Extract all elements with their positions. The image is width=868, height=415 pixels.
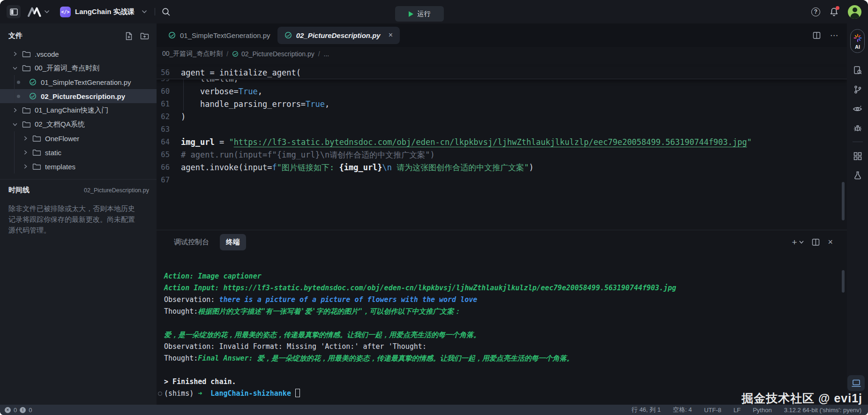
chevron-down-icon[interactable] bbox=[44, 10, 50, 14]
breadcrumb-file[interactable]: 02_PictureDescription.py bbox=[232, 50, 314, 58]
terminal-line: Thought:Final Answer: 爱，是一朵绽放的花，用最美的姿态，传… bbox=[164, 353, 838, 364]
code-line[interactable]: 67 bbox=[157, 174, 847, 187]
chevron-right-icon[interactable] bbox=[11, 107, 19, 113]
run-button[interactable]: 运行 bbox=[395, 6, 444, 22]
workspace-code-icon: </> bbox=[60, 7, 71, 17]
terminal-output[interactable]: Action: Image captionerAction Input: htt… bbox=[157, 254, 847, 405]
tree-row[interactable]: .vscode bbox=[0, 47, 157, 61]
timeline-section: 时间线 02_PictureDescription.py 除非文件已被排除或太大… bbox=[0, 179, 157, 235]
new-folder-icon[interactable] bbox=[140, 32, 149, 40]
bottom-panel: 调试控制台 终端 + × Action: Image captionerActi… bbox=[157, 230, 847, 405]
app-logo[interactable] bbox=[27, 7, 50, 17]
code-text: img_url = "https://lf3-static.bytednsdoc… bbox=[181, 136, 752, 149]
chevron-down-icon[interactable] bbox=[11, 121, 19, 128]
chevron-down-icon[interactable] bbox=[11, 65, 19, 71]
errors-count[interactable]: 0 bbox=[14, 407, 17, 414]
remote-screen-button[interactable] bbox=[847, 375, 865, 391]
terminal-line: (shims) ➜ LangChain-shizhanke bbox=[164, 388, 838, 400]
search-button[interactable] bbox=[162, 8, 171, 16]
top-bar: </> LangChain 实战课 运行 ? bbox=[0, 0, 868, 23]
breadcrumb-folder[interactable]: 00_开篇词_奇点时刻 bbox=[162, 50, 223, 58]
tab-debug-console[interactable]: 调试控制台 bbox=[168, 234, 215, 250]
chevron-right-icon[interactable] bbox=[22, 149, 29, 156]
test-flask-icon[interactable] bbox=[847, 166, 868, 185]
code-text: verbose=True, bbox=[181, 85, 262, 98]
tree-item-label: 00_开篇词_奇点时刻 bbox=[35, 64, 99, 73]
new-terminal-button[interactable]: + bbox=[792, 238, 804, 247]
terminal-line: Thought:根据图片的文字描述"有一张写着'爱'字的花的图片"，可以创作以下… bbox=[164, 306, 838, 317]
notification-badge bbox=[836, 6, 839, 10]
code-line[interactable]: 61 handle_parsing_errors=True, bbox=[157, 98, 847, 111]
tree-row[interactable]: static bbox=[0, 145, 157, 159]
line-number: 67 bbox=[157, 174, 181, 187]
code-line[interactable]: 60 verbose=True, bbox=[157, 85, 847, 98]
editor-scrollbar[interactable] bbox=[842, 182, 845, 220]
folder-icon bbox=[32, 149, 41, 156]
tab-02-picturedescription[interactable]: 02_PictureDescription.py × bbox=[277, 27, 400, 44]
code-line[interactable]: 66agent.invoke(input=f"图片链接如下: {img_url}… bbox=[157, 161, 847, 174]
python-interpreter[interactable]: 3.12.2 64-bit ('shims': pyenv) bbox=[784, 407, 861, 414]
tree-row[interactable]: 01_LangChain快速入门 bbox=[0, 103, 157, 117]
tree-row[interactable]: 02_文档QA系统 bbox=[0, 117, 157, 131]
search-in-files-icon[interactable] bbox=[847, 60, 868, 80]
tree-row[interactable]: 02_PictureDescription.py bbox=[0, 89, 157, 103]
code-text: handle_parsing_errors=True, bbox=[181, 98, 329, 111]
python-file-icon bbox=[284, 31, 292, 39]
line-number: 64 bbox=[157, 136, 181, 149]
tree-item-label: static bbox=[45, 149, 61, 157]
status-bar: × 0 ! 0 行 46, 列 1 空格: 4 UTF-8 LF Python … bbox=[0, 405, 868, 415]
code-editor[interactable]: 56agent = initialize_agent( 59 llm=llm,6… bbox=[157, 61, 847, 230]
eol[interactable]: LF bbox=[733, 407, 741, 414]
chevron-down-icon bbox=[142, 10, 147, 14]
tab-strip: 01_SimpleTextGeneration.py 02_PictureDes… bbox=[157, 23, 847, 47]
tab-01-simpletextgeneration[interactable]: 01_SimpleTextGeneration.py bbox=[161, 27, 277, 44]
timeline-file-name: 02_PictureDescription.py bbox=[84, 187, 149, 194]
new-file-icon[interactable] bbox=[125, 32, 133, 40]
breadcrumb-more[interactable]: ... bbox=[324, 50, 329, 58]
code-line[interactable]: 65# agent.run(input=f"{img_url}\n请创作合适的中… bbox=[157, 149, 847, 161]
user-avatar[interactable] bbox=[848, 5, 861, 19]
warnings-icon[interactable]: ! bbox=[20, 407, 26, 413]
code-line[interactable]: 56agent = initialize_agent( bbox=[157, 67, 847, 79]
debug-bug-icon[interactable] bbox=[847, 118, 868, 137]
tree-row[interactable]: 00_开篇词_奇点时刻 bbox=[0, 61, 157, 75]
tree-row[interactable]: 01_SimpleTextGeneration.py bbox=[0, 75, 157, 89]
line-number: 60 bbox=[157, 85, 181, 98]
timeline-header[interactable]: 时间线 02_PictureDescription.py bbox=[0, 180, 157, 196]
workspace-name: LangChain 实战课 bbox=[75, 8, 135, 16]
help-icon[interactable]: ? bbox=[811, 8, 820, 16]
ai-assistant-button[interactable]: AI bbox=[850, 29, 865, 53]
language-mode[interactable]: Python bbox=[753, 407, 771, 414]
terminal-scrollbar[interactable] bbox=[842, 270, 845, 293]
encoding[interactable]: UTF-8 bbox=[704, 407, 721, 414]
code-line[interactable]: 63 bbox=[157, 123, 847, 136]
notifications-button[interactable] bbox=[830, 7, 838, 16]
code-line[interactable]: 62) bbox=[157, 111, 847, 123]
cursor-position[interactable]: 行 46, 列 1 bbox=[632, 406, 661, 414]
indentation[interactable]: 空格: 4 bbox=[673, 406, 692, 414]
split-editor-icon[interactable] bbox=[813, 31, 821, 39]
workspace-switcher[interactable]: </> LangChain 实战课 bbox=[60, 7, 147, 17]
tab-terminal[interactable]: 终端 bbox=[220, 234, 246, 250]
chevron-right-icon[interactable] bbox=[22, 163, 29, 170]
extensions-icon[interactable] bbox=[847, 146, 868, 166]
more-actions-icon[interactable]: ⋯ bbox=[830, 30, 838, 40]
split-terminal-icon[interactable] bbox=[812, 238, 820, 246]
chevron-right-icon[interactable] bbox=[22, 135, 29, 142]
tree-row[interactable]: OneFlower bbox=[0, 131, 157, 145]
tree-item-label: 01_SimpleTextGeneration.py bbox=[41, 78, 131, 86]
source-control-icon[interactable] bbox=[847, 80, 868, 99]
preview-eye-icon[interactable] bbox=[847, 99, 868, 118]
close-icon[interactable]: × bbox=[389, 31, 393, 39]
line-number: 63 bbox=[157, 123, 181, 136]
warnings-count[interactable]: 0 bbox=[29, 407, 32, 414]
errors-icon[interactable]: × bbox=[5, 407, 11, 413]
folder-icon bbox=[32, 135, 41, 142]
close-panel-icon[interactable]: × bbox=[828, 237, 833, 247]
tree-row[interactable]: templates bbox=[0, 159, 157, 174]
code-line[interactable]: 64img_url = "https://lf3-static.bytednsd… bbox=[157, 136, 847, 149]
breadcrumb: 00_开篇词_奇点时刻 / 02_PictureDescription.py /… bbox=[157, 47, 847, 61]
watermark: 掘金技术社区 @ evi1j bbox=[741, 391, 862, 406]
chevron-right-icon[interactable] bbox=[11, 51, 19, 57]
toggle-sidebar-button[interactable] bbox=[7, 5, 21, 18]
